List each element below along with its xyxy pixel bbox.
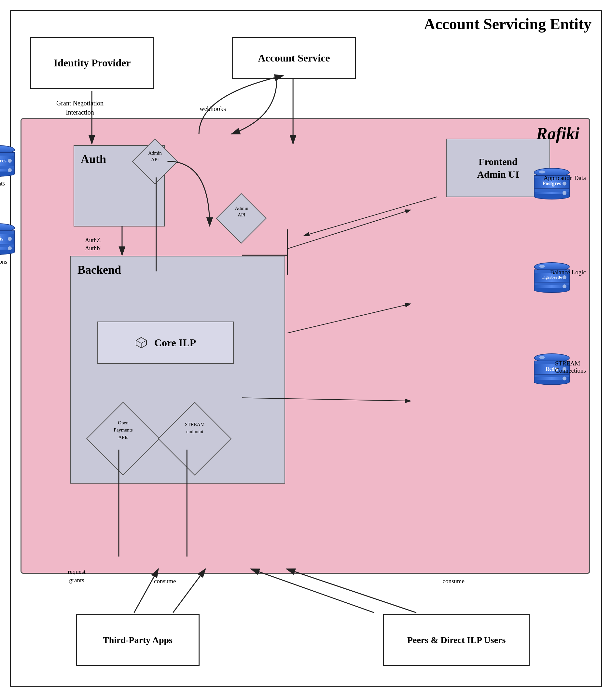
tigerbeetle-db: Tigerbeetle [534, 262, 570, 293]
account-service-box: Account Service [232, 37, 356, 79]
rafiki-area: Rafiki Auth Admin API Frontend Admin UI … [20, 118, 590, 574]
postgres-grants-db: Postgres Grants [0, 145, 15, 188]
svg-line-11 [288, 304, 411, 333]
grants-label: Grants [0, 180, 5, 187]
webhooks-label: webhooks [199, 105, 226, 113]
svg-line-19 [173, 569, 205, 613]
core-ilp-box: Core ILP [97, 322, 234, 364]
consume-right-label: consume [442, 578, 464, 585]
svg-line-20 [251, 569, 374, 613]
app-data-label: Application Data [544, 174, 586, 182]
backend-box: Backend Core ILP Open Payments APIs STRE… [70, 256, 285, 484]
redis-sessions-db: Redis Sessions [0, 223, 15, 266]
peers-box: Peers & Direct ILP Users [383, 614, 530, 666]
open-payments-label: Open Payments APIs [96, 419, 150, 441]
svg-line-10 [288, 210, 411, 249]
grant-negotiation-label: Grant Negotiation Interaction [56, 99, 103, 117]
third-party-label: Third-Party Apps [103, 635, 172, 645]
svg-line-18 [134, 569, 158, 613]
backend-admin-api-label: Admin API [225, 205, 258, 218]
sessions-label: Sessions [0, 258, 7, 266]
svg-line-21 [287, 569, 416, 613]
backend-label: Backend [78, 263, 121, 277]
request-grants-label: request grants [68, 568, 86, 585]
postgres-app-db: Postgres [534, 168, 570, 199]
identity-provider-box: Identity Provider [30, 37, 154, 89]
identity-provider-label: Identity Provider [54, 57, 131, 69]
backend-admin-api-diamond [216, 193, 267, 244]
third-party-box: Third-Party Apps [76, 614, 199, 666]
svg-line-9 [304, 197, 437, 236]
svg-marker-1 [136, 337, 147, 343]
stream-diamond [158, 402, 232, 475]
page-title: Account Servicing Entity [424, 16, 592, 33]
auth-label: Auth [81, 152, 106, 166]
peers-label: Peers & Direct ILP Users [407, 635, 506, 645]
authz-authn-label: AuthZ, AuthN [85, 236, 102, 253]
main-diagram: Account Servicing Entity Identity Provid… [10, 10, 602, 687]
stream-label: STREAM endpoint [168, 421, 222, 435]
core-ilp-label: Core ILP [154, 337, 196, 349]
balance-logic-label: Balance Logic [550, 269, 586, 276]
account-service-label: Account Service [258, 52, 330, 64]
stream-conn-label: STREAM Connections [555, 360, 586, 374]
frontend-admin-label: Frontend Admin UI [477, 155, 519, 181]
consume-left-label: consume [154, 578, 176, 585]
cube-icon [135, 336, 148, 349]
